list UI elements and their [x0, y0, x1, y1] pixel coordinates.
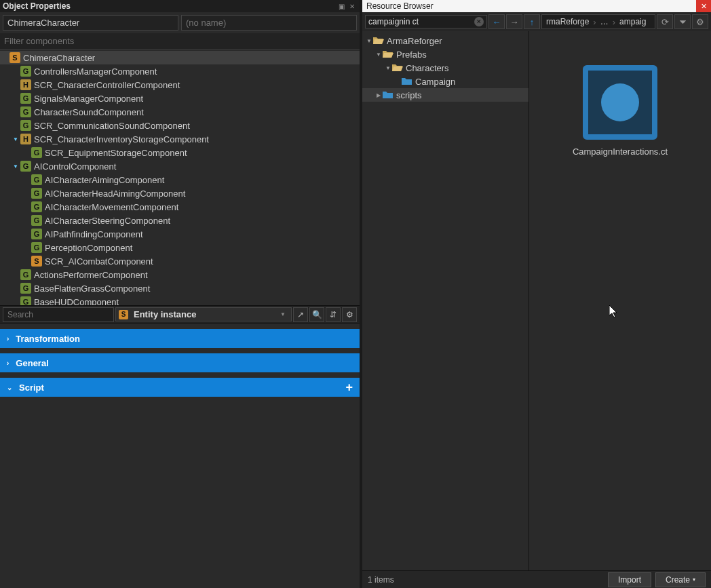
component-tree-item[interactable]: GAIPathfindingComponent	[0, 227, 360, 241]
nav-forward-button[interactable]: →	[506, 14, 522, 29]
resource-search-box[interactable]: ✕	[365, 15, 487, 28]
nav-back-button[interactable]: ←	[488, 14, 505, 29]
component-badge-icon: G	[20, 161, 31, 172]
folder-label: Characters	[406, 63, 449, 73]
breadcrumb[interactable]: rmaReforge › … › ampaig	[541, 14, 655, 29]
component-badge-icon: G	[31, 174, 42, 185]
component-tree-item[interactable]: GBaseHUDComponent	[0, 295, 360, 306]
chevron-down-icon[interactable]: ▼	[11, 136, 20, 142]
component-tree-item[interactable]: HSCR_CharacterControllerComponent	[0, 78, 360, 92]
panel-title: Object Properties	[3, 1, 335, 11]
component-tree-item[interactable]: GSCR_CommunicationSoundComponent	[0, 119, 360, 132]
component-tree-item[interactable]: SSCR_AICombatComponent	[0, 254, 360, 268]
folder-tree-item[interactable]: ▼Prefabs	[362, 47, 529, 61]
component-tree-item[interactable]: ▼HSCR_CharacterInventoryStorageComponent	[0, 132, 360, 146]
component-label: AIControlComponent	[34, 161, 116, 172]
create-button[interactable]: Create▾	[655, 572, 706, 587]
open-external-button[interactable]: ↗	[293, 307, 308, 322]
section-script[interactable]: ⌄ Script +	[0, 378, 360, 397]
crumb[interactable]: …	[596, 17, 613, 26]
component-label: SCR_CharacterInventoryStorageComponent	[34, 134, 209, 144]
entity-instance-name-input[interactable]	[181, 15, 357, 31]
property-search-row: S Entity instance ▼ ↗ 🔍 ⇵ ⚙	[0, 306, 360, 324]
component-label: SCR_EquipmentStorageComponent	[45, 148, 187, 158]
folder-tree-item[interactable]: ▼ArmaReforger	[362, 34, 529, 47]
entity-name-input[interactable]	[3, 15, 178, 31]
object-properties-panel: Object Properties ▣ ✕ SChimeraCharacterG…	[0, 0, 360, 588]
component-label: ChimeraCharacter	[23, 53, 95, 63]
component-tree-item[interactable]: GSignalsManagerComponent	[0, 92, 360, 105]
settings-button[interactable]: ⚙	[692, 14, 708, 29]
component-label: BaseHUDComponent	[34, 297, 119, 307]
component-badge-icon: S	[9, 52, 20, 63]
component-tree-item[interactable]: SChimeraCharacter	[0, 51, 360, 64]
section-label: Script	[19, 383, 44, 393]
entity-chip[interactable]: S Entity instance ▼	[115, 307, 292, 321]
component-label: SCR_AICombatComponent	[45, 256, 153, 267]
nav-up-button[interactable]: ↑	[524, 14, 540, 29]
component-tree-item[interactable]: GActionsPerformerComponent	[0, 268, 360, 281]
component-tree-item[interactable]: GBaseFlattenGrassComponent	[0, 281, 360, 295]
chevron-down-icon[interactable]: ▼	[374, 52, 383, 58]
folder-label: ArmaReforger	[387, 36, 442, 46]
component-tree-item[interactable]: GAICharacterAimingComponent	[0, 173, 360, 187]
object-properties-titlebar: Object Properties ▣ ✕	[0, 0, 360, 12]
folder-tree[interactable]: ▼ArmaReforger▼Prefabs▼CharactersCampaign…	[362, 31, 529, 570]
crumb[interactable]: ampaig	[615, 17, 650, 26]
component-tree-item[interactable]: GAICharacterSteeringComponent	[0, 214, 360, 227]
settings-button[interactable]: ⚙	[342, 307, 357, 322]
folder-label: Campaign	[415, 77, 455, 87]
component-tree-item[interactable]: GSCR_EquipmentStorageComponent	[0, 146, 360, 159]
folder-icon	[383, 91, 393, 99]
clear-search-icon[interactable]: ✕	[474, 17, 484, 26]
resource-body: ▼ArmaReforger▼Prefabs▼CharactersCampaign…	[362, 31, 711, 570]
status-text: 1 items	[368, 575, 604, 585]
component-badge-icon: G	[31, 188, 42, 199]
component-badge-icon: S	[31, 256, 42, 267]
component-tree-item[interactable]: GCharacterSoundComponent	[0, 105, 360, 119]
component-tree-item[interactable]: GPerceptionComponent	[0, 241, 360, 254]
chevron-down-icon[interactable]: ▼	[365, 38, 373, 44]
component-label: CharacterSoundComponent	[34, 107, 144, 117]
folder-tree-item[interactable]: ▼Characters	[362, 61, 529, 75]
component-label: SCR_CommunicationSoundComponent	[34, 121, 190, 131]
component-label: AIPathfindingComponent	[45, 229, 143, 239]
component-tree-item[interactable]: ▼GAIControlComponent	[0, 159, 360, 173]
component-tree[interactable]: SChimeraCharacterGControllersManagerComp…	[0, 50, 360, 306]
component-tree-item[interactable]: GAICharacterHeadAimingComponent	[0, 187, 360, 200]
component-tree-item[interactable]: GAICharacterMovementComponent	[0, 200, 360, 214]
property-search-input[interactable]	[3, 307, 114, 322]
resource-search-input[interactable]	[368, 17, 474, 26]
folder-tree-item[interactable]: Campaign	[362, 75, 529, 88]
chevron-down-icon[interactable]: ▼	[11, 163, 20, 170]
filter-components-input[interactable]	[0, 33, 360, 50]
filter-button[interactable]: ⏷	[674, 14, 691, 29]
section-general[interactable]: › General	[0, 353, 360, 372]
folder-tree-item[interactable]: ▶scripts	[362, 88, 529, 102]
add-icon[interactable]: +	[345, 380, 353, 395]
resource-status-bar: 1 items Import Create▾	[362, 570, 711, 588]
component-label: ActionsPerformerComponent	[34, 270, 148, 280]
chevron-down-icon[interactable]: ▼	[384, 65, 392, 71]
resource-browser-panel: Resource Browser ✕ ✕ ← → ↑ rmaReforge › …	[362, 0, 711, 588]
section-transformation[interactable]: › Transformation	[0, 329, 360, 348]
resource-content-area[interactable]: CampaignInteractions.ct	[529, 31, 711, 570]
component-label: PerceptionComponent	[45, 243, 132, 253]
refresh-button[interactable]: ⟳	[657, 14, 673, 29]
undock-icon[interactable]: ▣	[337, 1, 346, 11]
close-window-button[interactable]: ✕	[696, 0, 711, 12]
tree-view-button[interactable]: ⇵	[326, 307, 341, 322]
component-label: AICharacterHeadAimingComponent	[45, 189, 185, 199]
search-button[interactable]: 🔍	[309, 307, 324, 322]
component-label: AICharacterAimingComponent	[45, 175, 164, 185]
component-badge-icon: G	[20, 269, 31, 280]
chevron-right-icon[interactable]: ▶	[374, 92, 383, 98]
import-button[interactable]: Import	[608, 572, 651, 587]
close-panel-icon[interactable]: ✕	[347, 1, 357, 11]
file-thumbnail[interactable]	[583, 65, 657, 140]
crumb[interactable]: rmaReforge	[542, 17, 593, 26]
folder-icon	[392, 64, 403, 72]
resource-browser-titlebar: Resource Browser ✕	[362, 0, 711, 12]
entity-chip-label: Entity instance	[134, 309, 196, 319]
component-tree-item[interactable]: GControllersManagerComponent	[0, 64, 360, 78]
